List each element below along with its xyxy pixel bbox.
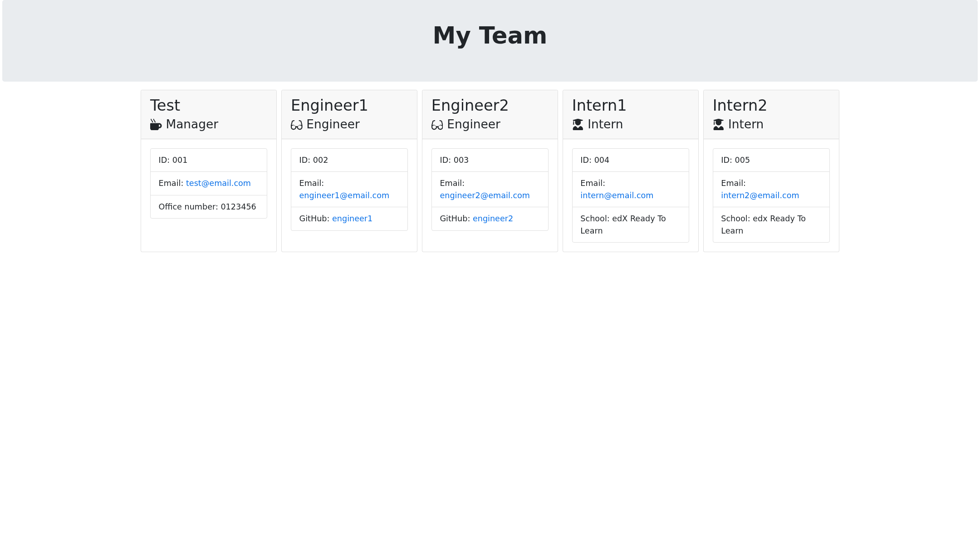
member-email: Email: intern2@email.com — [713, 171, 829, 207]
member-role: Intern — [572, 117, 689, 132]
id-label: ID: — [580, 156, 594, 165]
glasses-icon — [431, 119, 443, 131]
school-label: School: — [721, 214, 753, 223]
github-label: GitHub: — [440, 214, 473, 223]
role-label: Intern — [588, 117, 623, 132]
card-header: Engineer1Engineer — [282, 90, 417, 139]
page-header: My Team — [2, 0, 978, 82]
member-name: Intern2 — [713, 97, 830, 115]
card-header: TestManager — [141, 90, 276, 139]
card-body: ID: 005Email: intern2@email.comSchool: e… — [704, 139, 839, 252]
member-id: ID: 004 — [573, 149, 689, 171]
member-github: GitHub: engineer1 — [291, 207, 407, 230]
email-link[interactable]: intern@email.com — [580, 191, 653, 200]
role-label: Intern — [728, 117, 764, 132]
graduate-icon — [713, 119, 725, 131]
glasses-icon — [291, 119, 303, 131]
id-value: 002 — [313, 156, 328, 165]
email-link[interactable]: test@email.com — [186, 179, 251, 188]
member-name: Test — [150, 97, 267, 115]
card-header: Engineer2Engineer — [422, 90, 558, 139]
email-label: Email: — [721, 179, 746, 188]
card-body: ID: 002Email: engineer1@email.comGitHub:… — [282, 139, 417, 240]
email-link[interactable]: engineer1@email.com — [299, 191, 390, 200]
member-name: Intern1 — [572, 97, 689, 115]
member-email: Email: engineer1@email.com — [291, 171, 407, 207]
school-label: School: — [580, 214, 612, 223]
member-details-list: ID: 003Email: engineer2@email.comGitHub:… — [431, 148, 549, 231]
card-header: Intern2Intern — [704, 90, 839, 139]
role-label: Engineer — [306, 117, 360, 132]
card-body: ID: 003Email: engineer2@email.comGitHub:… — [422, 139, 558, 240]
team-card-deck: TestManagerID: 001Email: test@email.comO… — [141, 90, 839, 252]
email-label: Email: — [580, 179, 605, 188]
member-details-list: ID: 001Email: test@email.comOffice numbe… — [150, 148, 267, 219]
member-office: Office number: 0123456 — [151, 195, 267, 218]
role-label: Manager — [166, 117, 218, 132]
mug-hot-icon — [150, 119, 162, 131]
member-school: School: edx Ready To Learn — [713, 207, 829, 242]
member-github: GitHub: engineer2 — [432, 207, 548, 230]
team-card: Engineer2EngineerID: 003Email: engineer2… — [422, 90, 558, 252]
member-id: ID: 002 — [291, 149, 407, 171]
member-details-list: ID: 004Email: intern@email.comSchool: ed… — [572, 148, 689, 243]
member-details-list: ID: 002Email: engineer1@email.comGitHub:… — [291, 148, 408, 231]
member-email: Email: intern@email.com — [573, 171, 689, 207]
member-email: Email: engineer2@email.com — [432, 171, 548, 207]
office-label: Office number: — [159, 202, 221, 211]
member-email: Email: test@email.com — [151, 171, 267, 195]
member-school: School: edX Ready To Learn — [573, 207, 689, 242]
card-header: Intern1Intern — [563, 90, 698, 139]
email-label: Email: — [440, 179, 465, 188]
team-card: Intern1InternID: 004Email: intern@email.… — [563, 90, 699, 252]
email-label: Email: — [159, 179, 186, 188]
id-value: 003 — [454, 156, 469, 165]
team-card: TestManagerID: 001Email: test@email.comO… — [141, 90, 277, 252]
id-label: ID: — [721, 156, 735, 165]
github-label: GitHub: — [299, 214, 333, 223]
email-link[interactable]: intern2@email.com — [721, 191, 799, 200]
member-role: Intern — [713, 117, 830, 132]
member-name: Engineer2 — [431, 97, 549, 115]
role-label: Engineer — [447, 117, 500, 132]
team-card: Intern2InternID: 005Email: intern2@email… — [703, 90, 839, 252]
id-value: 004 — [594, 156, 610, 165]
id-value: 001 — [172, 156, 188, 165]
member-role: Engineer — [291, 117, 408, 132]
email-label: Email: — [299, 179, 324, 188]
id-label: ID: — [299, 156, 313, 165]
id-value: 005 — [735, 156, 750, 165]
graduate-icon — [572, 119, 584, 131]
card-body: ID: 001Email: test@email.comOffice numbe… — [141, 139, 276, 228]
id-label: ID: — [440, 156, 453, 165]
office-value: 0123456 — [220, 202, 256, 211]
member-id: ID: 001 — [151, 149, 267, 171]
email-link[interactable]: engineer2@email.com — [440, 191, 530, 200]
member-role: Engineer — [431, 117, 549, 132]
github-link[interactable]: engineer1 — [332, 214, 372, 223]
member-id: ID: 003 — [432, 149, 548, 171]
card-body: ID: 004Email: intern@email.comSchool: ed… — [563, 139, 698, 252]
member-details-list: ID: 005Email: intern2@email.comSchool: e… — [713, 148, 830, 243]
member-name: Engineer1 — [291, 97, 408, 115]
member-id: ID: 005 — [713, 149, 829, 171]
github-link[interactable]: engineer2 — [473, 214, 513, 223]
id-label: ID: — [159, 156, 172, 165]
member-role: Manager — [150, 117, 267, 132]
page-title: My Team — [17, 22, 963, 49]
team-card: Engineer1EngineerID: 002Email: engineer1… — [281, 90, 417, 252]
